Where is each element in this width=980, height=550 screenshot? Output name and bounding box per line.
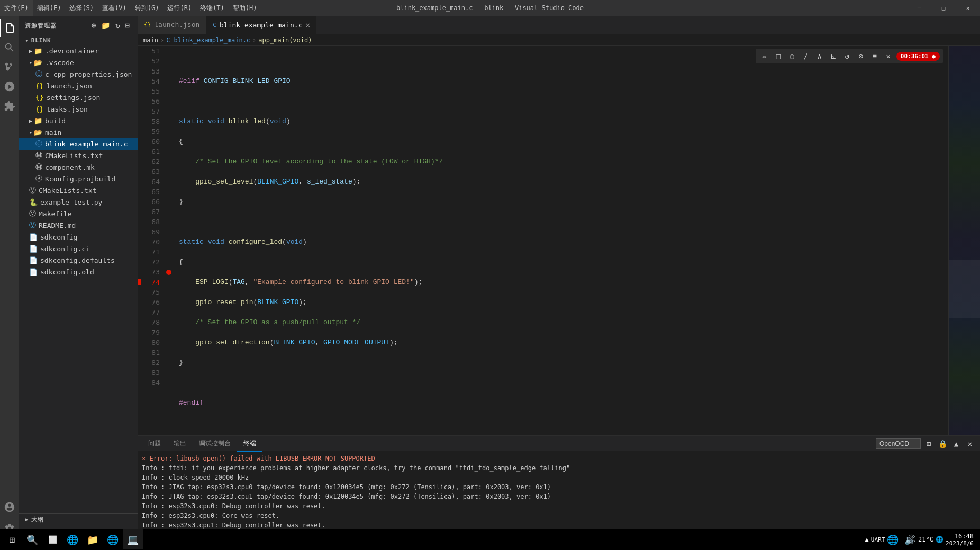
file-k-icon: Ⓚ [35, 174, 42, 184]
search-taskbar[interactable]: 🔍 [22, 529, 42, 549]
activity-extensions[interactable] [0, 97, 19, 115]
minimap-viewport [949, 260, 980, 318]
folder-icon: 📁 [34, 117, 42, 125]
tree-example-test[interactable]: 🐍 example_test.py [19, 196, 138, 208]
editor-content[interactable]: ✏ □ ○ / ∧ ⊾ ↺ ⊗ ≡ ✕ 00:36:01 ● 51 52 53 … [138, 46, 980, 435]
network-tray[interactable]: 🌐 [936, 536, 943, 543]
tree-kconfig[interactable]: Ⓚ Kconfig.projbuild [19, 173, 138, 185]
app-icon-1[interactable]: 🌐 [103, 529, 123, 549]
terminal-line-1: Info : ftdi: if you experience problems … [142, 463, 976, 473]
new-folder-icon[interactable]: 📁 [100, 20, 112, 31]
tree-sdkconfig[interactable]: 📄 sdkconfig [19, 231, 138, 243]
debug-refresh-btn[interactable]: ↺ [841, 50, 853, 62]
menu-run[interactable]: 运行(R) [163, 0, 196, 16]
file-icon: 📄 [29, 245, 38, 253]
tree-item-label: launch.json [47, 82, 92, 90]
clock[interactable]: 16:48 2023/8/6 [946, 533, 974, 547]
code-content[interactable]: #elif CONFIG_BLINK_LED_GPIO static void … [174, 46, 948, 435]
tab-blink-main[interactable]: C blink_example_main.c ✕ [206, 15, 317, 34]
debug-close-btn[interactable]: ✕ [883, 50, 894, 62]
debug-stop-btn[interactable]: ⊗ [855, 50, 867, 62]
debug-line-btn[interactable]: / [800, 50, 812, 62]
tree-launch-json[interactable]: {} launch.json [19, 80, 138, 91]
file-tree: ▶ 📁 .devcontainer ▾ 📂 .vscode Ⓒ c_cpp_pr… [19, 45, 138, 513]
refresh-icon[interactable]: ↻ [114, 20, 121, 31]
new-file-icon[interactable]: ⊕ [90, 20, 97, 31]
breadcrumb-function[interactable]: app_main(void) [258, 36, 312, 44]
tree-readme[interactable]: Ⓜ README.md [19, 219, 138, 231]
tree-sdkconfig-defaults[interactable]: 📄 sdkconfig.defaults [19, 254, 138, 266]
gutter-column [164, 46, 174, 435]
menu-edit[interactable]: 编辑(E) [33, 0, 66, 16]
edge-icon[interactable]: 🌐 [62, 529, 83, 549]
taskview-button[interactable]: ⬜ [42, 529, 62, 549]
activity-debug[interactable] [0, 77, 19, 96]
tray-up-icon[interactable]: ▲ [865, 536, 869, 543]
tree-makefile[interactable]: Ⓜ Makefile [19, 208, 138, 219]
menu-terminal[interactable]: 终端(T) [196, 0, 229, 16]
code-line-57: gpio_set_level(BLINK_GPIO, s_led_state); [179, 177, 948, 187]
debug-up-btn[interactable]: ∧ [814, 50, 825, 62]
close-button[interactable]: ✕ [956, 0, 980, 16]
tree-c-cpp-properties[interactable]: Ⓒ c_cpp_properties.json [19, 68, 138, 80]
chevron-down-icon: ▾ [29, 60, 32, 66]
activity-source-control[interactable] [0, 58, 19, 76]
app-icon-2[interactable]: 💻 [123, 529, 143, 549]
debug-corner-btn[interactable]: ⊾ [828, 50, 839, 62]
tab-close-icon[interactable]: ✕ [306, 21, 310, 29]
panel-tab-debug-console[interactable]: 调试控制台 [193, 436, 237, 452]
breadcrumb-file[interactable]: C blink_example_main.c [166, 36, 250, 44]
debug-rect-btn[interactable]: □ [773, 50, 784, 62]
tree-sdkconfig-old[interactable]: 📄 sdkconfig.old [19, 266, 138, 278]
minimize-button[interactable]: ─ [907, 0, 931, 16]
panel-tab-output[interactable]: 输出 [167, 436, 193, 452]
explorer-icon[interactable]: 📁 [83, 529, 103, 549]
panel-tab-problems[interactable]: 问题 [142, 436, 167, 452]
tree-blink-main[interactable]: Ⓒ blink_example_main.c [19, 138, 138, 150]
panel-tab-terminal[interactable]: 终端 [237, 436, 262, 452]
start-button[interactable]: ⊞ [2, 529, 22, 549]
chevron-right-icon: ▶ [25, 516, 29, 523]
menu-select[interactable]: 选择(S) [65, 0, 98, 16]
chevron-right-icon: ▶ [29, 48, 32, 54]
debug-menu-btn[interactable]: ≡ [869, 50, 881, 62]
activity-search[interactable] [0, 38, 19, 57]
code-editor[interactable]: 51 52 53 54 55 56 57 58 59 60 61 62 63 6… [138, 46, 948, 435]
lock-icon[interactable]: 🔒 [937, 438, 948, 450]
debug-circle-btn[interactable]: ○ [786, 50, 798, 62]
tree-cmakelists-main[interactable]: Ⓜ CMakeLists.txt [19, 150, 138, 161]
maximize-button[interactable]: □ [931, 0, 956, 16]
menu-help[interactable]: 帮助(H) [229, 0, 261, 16]
tree-devcontainer[interactable]: ▶ 📁 .devcontainer [19, 45, 138, 57]
panel-tab-terminal-label: 终端 [243, 439, 256, 448]
tree-sdkconfig-ci[interactable]: 📄 sdkconfig.ci [19, 243, 138, 254]
close-panel-icon[interactable]: ✕ [964, 438, 976, 450]
activity-account[interactable] [0, 498, 19, 516]
openocd-dropdown[interactable]: OpenOCD [876, 438, 921, 449]
collapse-icon[interactable]: ⊟ [124, 20, 131, 31]
blink-section-header[interactable]: ▾ BLINK [19, 35, 138, 45]
folder-open-icon: 📂 [34, 129, 42, 136]
tree-cmakelists-root[interactable]: Ⓜ CMakeLists.txt [19, 185, 138, 196]
tree-tasks-json[interactable]: {} tasks.json [19, 103, 138, 115]
tab-launch-json[interactable]: {} launch.json [138, 15, 206, 34]
menu-view[interactable]: 查看(V) [98, 0, 131, 16]
split-terminal-icon[interactable]: ⊞ [923, 438, 934, 450]
tree-vscode[interactable]: ▾ 📂 .vscode [19, 57, 138, 68]
panel-content[interactable]: × Error: libusb_open() failed with LIBUS… [138, 452, 980, 538]
tree-main[interactable]: ▾ 📂 main [19, 126, 138, 138]
debug-pencil-btn[interactable]: ✏ [759, 50, 770, 62]
menu-goto[interactable]: 转到(G) [131, 0, 164, 16]
breadcrumb-main[interactable]: main [143, 36, 158, 44]
minimap-visualization [949, 46, 980, 435]
maximize-panel-icon[interactable]: ▲ [950, 438, 962, 450]
menu-file[interactable]: 文件(F) [0, 0, 33, 16]
tree-settings-json[interactable]: {} settings.json [19, 91, 138, 103]
tree-build[interactable]: ▶ 📁 build [19, 115, 138, 126]
outline-header[interactable]: ▶ 大纲 [19, 513, 138, 526]
file-mk-icon: Ⓜ [35, 162, 42, 172]
activity-explorer[interactable] [0, 19, 19, 37]
tab-bar: {} launch.json C blink_example_main.c ✕ [138, 16, 980, 34]
code-line-64: /* Set the GPIO as a push/pull output */ [179, 317, 948, 327]
tree-component-mk[interactable]: Ⓜ component.mk [19, 161, 138, 173]
